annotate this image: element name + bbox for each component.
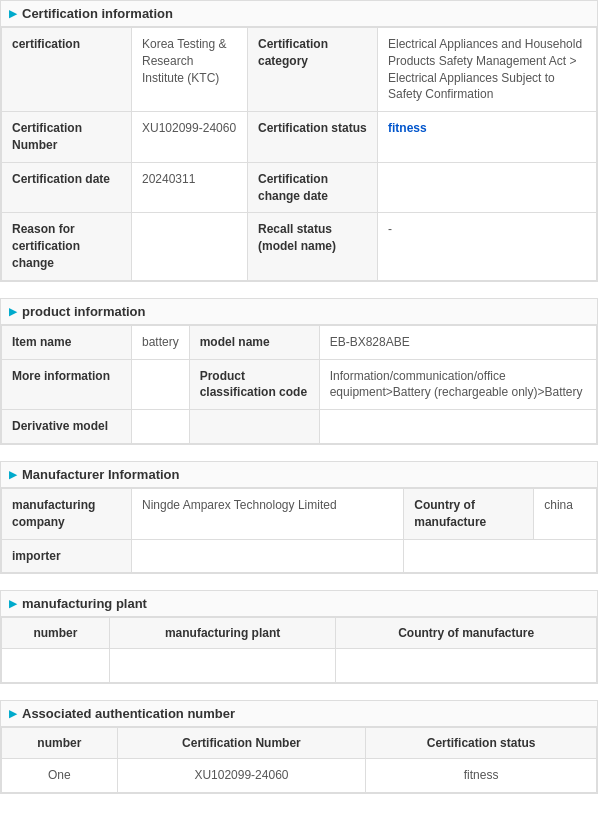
table-row: Certification Number XU102099-24060 Cert… bbox=[2, 112, 597, 163]
prod-label-2: model name bbox=[189, 325, 319, 359]
plant-title-text: manufacturing plant bbox=[22, 596, 147, 611]
auth-table: number Certification Number Certificatio… bbox=[1, 727, 597, 793]
mfr-value-3 bbox=[132, 539, 404, 573]
cert-label-2: Certification category bbox=[247, 28, 377, 112]
product-title-text: product information bbox=[22, 304, 146, 319]
table-row: Certification date 20240311 Certificatio… bbox=[2, 162, 597, 213]
plant-section-title: manufacturing plant bbox=[1, 591, 597, 617]
plant-table: number manufacturing plant Country of ma… bbox=[1, 617, 597, 683]
plant-empty-2 bbox=[109, 649, 335, 683]
cert-value-5: 20240311 bbox=[132, 162, 248, 213]
certification-section: Certification information certification … bbox=[0, 0, 598, 282]
cert-label-3: Certification Number bbox=[2, 112, 132, 163]
auth-cert-status: fitness bbox=[366, 759, 597, 793]
certification-title-text: Certification information bbox=[22, 6, 173, 21]
prod-value-5 bbox=[132, 410, 190, 444]
prod-label-6 bbox=[189, 410, 319, 444]
auth-col-cert-number: Certification Number bbox=[117, 728, 366, 759]
cert-value-2: Electrical Appliances and Household Prod… bbox=[377, 28, 596, 112]
auth-section-title: Associated authentication number bbox=[1, 701, 597, 727]
manufacturer-section: Manufacturer Information manufacturing c… bbox=[0, 461, 598, 574]
cert-value-1: Korea Testing & Research Institute (KTC) bbox=[132, 28, 248, 112]
mfr-label-1: manufacturing company bbox=[2, 488, 132, 539]
prod-value-4: Information/communication/office equipme… bbox=[319, 359, 596, 410]
cert-label-7: Reason for certification change bbox=[2, 213, 132, 280]
auth-col-status: Certification status bbox=[366, 728, 597, 759]
prod-label-1: Item name bbox=[2, 325, 132, 359]
cert-value-8: - bbox=[377, 213, 596, 280]
cert-value-6 bbox=[377, 162, 596, 213]
manufacturer-section-title: Manufacturer Information bbox=[1, 462, 597, 488]
auth-title-text: Associated authentication number bbox=[22, 706, 235, 721]
mfr-value-1: Ningde Amparex Technology Limited bbox=[132, 488, 404, 539]
plant-empty-row bbox=[2, 649, 597, 683]
plant-header-row: number manufacturing plant Country of ma… bbox=[2, 618, 597, 649]
table-row: importer bbox=[2, 539, 597, 573]
mfr-label-2: Country of manufacture bbox=[404, 488, 534, 539]
auth-section: Associated authentication number number … bbox=[0, 700, 598, 794]
mfr-empty bbox=[404, 539, 597, 573]
table-row: manufacturing company Ningde Amparex Tec… bbox=[2, 488, 597, 539]
auth-header-row: number Certification Number Certificatio… bbox=[2, 728, 597, 759]
cert-label-6: Certification change date bbox=[247, 162, 377, 213]
prod-label-3: More information bbox=[2, 359, 132, 410]
prod-value-2: EB-BX828ABE bbox=[319, 325, 596, 359]
manufacturer-table: manufacturing company Ningde Amparex Tec… bbox=[1, 488, 597, 573]
prod-value-6 bbox=[319, 410, 596, 444]
certification-table: certification Korea Testing & Research I… bbox=[1, 27, 597, 281]
auth-number: One bbox=[2, 759, 118, 793]
manufacturer-title-text: Manufacturer Information bbox=[22, 467, 179, 482]
product-section: product information Item name battery mo… bbox=[0, 298, 598, 445]
plant-section: manufacturing plant number manufacturing… bbox=[0, 590, 598, 684]
cert-label-5: Certification date bbox=[2, 162, 132, 213]
certification-section-title: Certification information bbox=[1, 1, 597, 27]
prod-label-4: Product classification code bbox=[189, 359, 319, 410]
cert-status-value: fitness bbox=[377, 112, 596, 163]
table-row: certification Korea Testing & Research I… bbox=[2, 28, 597, 112]
table-row: More information Product classification … bbox=[2, 359, 597, 410]
product-section-title: product information bbox=[1, 299, 597, 325]
product-table: Item name battery model name EB-BX828ABE… bbox=[1, 325, 597, 444]
plant-col-number: number bbox=[2, 618, 110, 649]
mfr-value-2: china bbox=[534, 488, 597, 539]
table-row: Derivative model bbox=[2, 410, 597, 444]
cert-label-1: certification bbox=[2, 28, 132, 112]
auth-cert-number: XU102099-24060 bbox=[117, 759, 366, 793]
mfr-label-3: importer bbox=[2, 539, 132, 573]
plant-col-plant: manufacturing plant bbox=[109, 618, 335, 649]
cert-label-4: Certification status bbox=[247, 112, 377, 163]
auth-data-row: One XU102099-24060 fitness bbox=[2, 759, 597, 793]
plant-col-country: Country of manufacture bbox=[336, 618, 597, 649]
table-row: Item name battery model name EB-BX828ABE bbox=[2, 325, 597, 359]
plant-empty-1 bbox=[2, 649, 110, 683]
cert-label-8: Recall status (model name) bbox=[247, 213, 377, 280]
prod-value-1: battery bbox=[132, 325, 190, 359]
prod-label-5: Derivative model bbox=[2, 410, 132, 444]
prod-value-3 bbox=[132, 359, 190, 410]
table-row: Reason for certification change Recall s… bbox=[2, 213, 597, 280]
cert-value-7 bbox=[132, 213, 248, 280]
auth-col-number: number bbox=[2, 728, 118, 759]
cert-value-3: XU102099-24060 bbox=[132, 112, 248, 163]
plant-empty-3 bbox=[336, 649, 597, 683]
